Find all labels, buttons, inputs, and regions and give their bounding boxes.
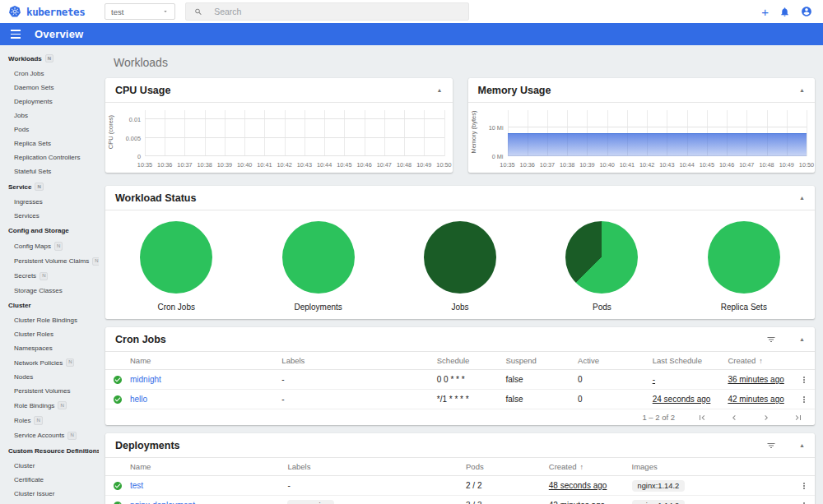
- sidebar-section-workloads: WorkloadsN: [0, 50, 99, 67]
- previous-page-button[interactable]: [729, 413, 739, 423]
- sidebar-item-role-bindings[interactable]: Role BindingsN: [0, 398, 99, 413]
- sidebar-item-cron-jobs[interactable]: Cron Jobs: [0, 67, 99, 81]
- kubernetes-logo[interactable]: kubernetes: [0, 5, 99, 18]
- search-bar[interactable]: [185, 2, 469, 21]
- namespace-select[interactable]: test: [105, 3, 175, 20]
- search-input[interactable]: [214, 7, 460, 16]
- column-header-created[interactable]: Created↑: [728, 356, 793, 365]
- column-header-schedule[interactable]: Schedule: [437, 356, 506, 365]
- create-resource-button[interactable]: +: [761, 6, 769, 18]
- sidebar-item-service-accounts[interactable]: Service AccountsN: [0, 428, 99, 443]
- sidebar-section-custom-resource-definitions: Custom Resource Definitions: [0, 443, 99, 459]
- column-header-suspend[interactable]: Suspend: [505, 356, 578, 365]
- column-header-created[interactable]: Created↑: [549, 462, 632, 471]
- cron-job-link[interactable]: midnight: [130, 375, 281, 384]
- sidebar-item-namespaces[interactable]: Namespaces: [0, 341, 99, 355]
- sidebar-item-services[interactable]: Services: [0, 209, 99, 223]
- column-header-labels[interactable]: Labels: [287, 462, 466, 471]
- sidebar-item-network-policies[interactable]: Network PoliciesN: [0, 355, 99, 370]
- status-ok-icon: [105, 481, 130, 491]
- kubernetes-logo-text: kubernetes: [26, 6, 85, 18]
- last-page-button[interactable]: [793, 413, 803, 423]
- first-page-icon: [697, 413, 707, 423]
- plot-area: 10:3510:3610:3710:3810:3910:4010:4110:42…: [508, 110, 807, 156]
- column-header-name[interactable]: Name: [130, 356, 281, 365]
- collapse-icon[interactable]: ▲: [799, 195, 805, 201]
- column-header-pods[interactable]: Pods: [466, 462, 549, 471]
- cron-job-link[interactable]: hello: [130, 395, 281, 404]
- sidebar-item-cluster-roles[interactable]: Cluster Roles: [0, 327, 99, 341]
- search-icon: [194, 7, 202, 16]
- sidebar-item-jobs[interactable]: Jobs: [0, 109, 99, 123]
- x-tick-label: 10:42: [639, 161, 654, 169]
- workload-status-pie-cron-jobs: Cron Jobs: [105, 221, 247, 312]
- first-page-button[interactable]: [697, 413, 707, 423]
- memory-usage-chart: Memory (bytes)10:3510:3610:3710:3810:391…: [468, 103, 816, 173]
- collapse-icon[interactable]: ▲: [799, 336, 805, 342]
- image-chip: nginx:1.14.2: [632, 480, 686, 492]
- sidebar-item-replica-sets[interactable]: Replica Sets: [0, 136, 99, 150]
- row-menu-button[interactable]: [793, 375, 815, 385]
- account-button[interactable]: [801, 6, 812, 17]
- pagination: 1 – 2 of 2: [105, 409, 815, 425]
- cpu-usage-card: CPU Usage ▲ CPU (cores)10:3510:3610:3710…: [105, 78, 453, 173]
- pie-chart: [282, 221, 355, 294]
- next-page-button[interactable]: [761, 413, 771, 423]
- x-tick-label: 10:49: [779, 161, 794, 169]
- sidebar-item-deployments[interactable]: Deployments: [0, 95, 99, 109]
- collapse-icon[interactable]: ▲: [437, 87, 443, 93]
- toolbar-title: Overview: [35, 28, 83, 40]
- pagination-range: 1 – 2 of 2: [642, 413, 675, 422]
- column-header-labels[interactable]: Labels: [281, 356, 436, 365]
- column-header-name[interactable]: Name: [130, 462, 287, 471]
- notifications-button[interactable]: [779, 7, 790, 17]
- sidebar-item-cluster-role-bindings[interactable]: Cluster Role Bindings: [0, 313, 99, 327]
- collapse-icon[interactable]: ▲: [799, 442, 805, 448]
- sidebar-item-nodes[interactable]: Nodes: [0, 370, 99, 384]
- x-tick-label: 10:49: [416, 161, 431, 169]
- deployments-card: Deployments ▲ NameLabelsPodsCreated↑Imag…: [105, 433, 815, 504]
- main-content: Workloads CPU Usage ▲ CPU (cores)10:3510…: [99, 45, 823, 504]
- sidebar-item-cluster[interactable]: Cluster: [0, 459, 99, 473]
- column-header-last-schedule[interactable]: Last Schedule: [653, 356, 728, 365]
- y-tick-label: 0 Mi: [492, 153, 504, 160]
- filter-button[interactable]: [766, 441, 776, 451]
- y-tick-label: 0: [137, 153, 141, 160]
- x-tick-label: 10:45: [337, 161, 351, 169]
- sidebar-item-persistent-volume-claims[interactable]: Persistent Volume ClaimsN: [0, 254, 99, 269]
- cron-jobs-title: Cron Jobs: [115, 334, 743, 345]
- x-tick-label: 10:37: [540, 161, 555, 169]
- sidebar-item-storage-classes[interactable]: Storage Classes: [0, 284, 99, 298]
- namespace-selected-value: test: [111, 7, 123, 16]
- filter-button[interactable]: [766, 335, 776, 344]
- sidebar-item-certificate[interactable]: Certificate: [0, 473, 99, 487]
- sidebar-item-ingresses[interactable]: Ingresses: [0, 195, 99, 209]
- x-tick-label: 10:37: [177, 161, 192, 169]
- sidebar-item-roles[interactable]: RolesN: [0, 413, 99, 428]
- sidebar-item-cluster-issuer[interactable]: Cluster Issuer: [0, 487, 99, 501]
- sidebar-item-replication-controllers[interactable]: Replication Controllers: [0, 150, 99, 164]
- sort-ascending-icon: ↑: [580, 463, 584, 471]
- sidebar-section-service: ServiceN: [0, 178, 99, 195]
- sidebar-section-cluster: Cluster: [0, 298, 99, 313]
- sidebar-item-config-maps[interactable]: Config MapsN: [0, 238, 99, 253]
- menu-button[interactable]: [11, 30, 21, 38]
- row-menu-button[interactable]: [793, 501, 815, 504]
- deployment-link[interactable]: nginx-deployment: [130, 501, 287, 504]
- collapse-icon[interactable]: ▲: [799, 87, 805, 93]
- x-tick-label: 10:50: [799, 161, 814, 169]
- column-header-active[interactable]: Active: [578, 356, 653, 365]
- sidebar-item-daemon-sets[interactable]: Daemon Sets: [0, 81, 99, 95]
- row-menu-button[interactable]: [793, 395, 815, 405]
- column-header-images[interactable]: Images: [632, 462, 793, 471]
- topbar: kubernetes test +: [0, 0, 823, 23]
- status-ok-icon: [105, 395, 130, 405]
- deployment-link[interactable]: test: [130, 481, 287, 490]
- x-tick-label: 10:44: [317, 161, 332, 169]
- sidebar-item-secrets[interactable]: SecretsN: [0, 269, 99, 284]
- sidebar-item-persistent-volumes[interactable]: Persistent Volumes: [0, 384, 99, 398]
- pie-chart: [424, 221, 496, 294]
- sidebar-item-stateful-sets[interactable]: Stateful Sets: [0, 164, 99, 178]
- sidebar-item-pods[interactable]: Pods: [0, 123, 99, 136]
- row-menu-button[interactable]: [793, 481, 815, 491]
